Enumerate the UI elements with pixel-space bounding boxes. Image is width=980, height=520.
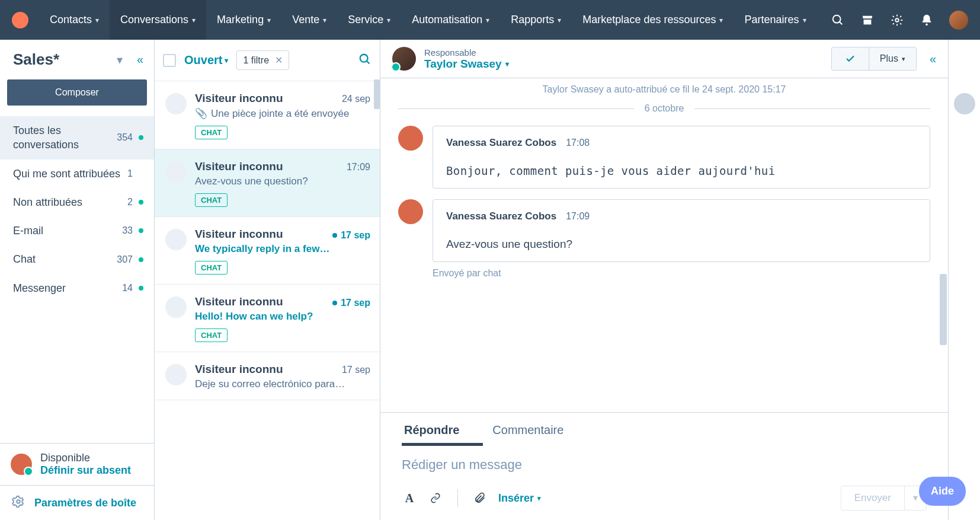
user-avatar-icon bbox=[11, 454, 32, 475]
sidebar-view[interactable]: E-mail33 bbox=[0, 216, 154, 245]
nav-marketplace-des-ressources[interactable]: Marketplace des ressources▾ bbox=[572, 0, 734, 40]
nav-partenaires[interactable]: Partenaires▾ bbox=[734, 0, 816, 40]
sender-avatar-icon bbox=[398, 199, 423, 224]
svg-point-6 bbox=[360, 54, 368, 62]
search-threads-icon[interactable] bbox=[358, 53, 371, 68]
attachment-icon[interactable] bbox=[472, 490, 488, 506]
help-button[interactable]: Aide bbox=[919, 477, 966, 506]
account-avatar-icon[interactable] bbox=[949, 11, 968, 30]
sent-via-label: Envoyé par chat bbox=[433, 268, 930, 279]
top-nav: Contacts▾Conversations▾Marketing▾Vente▾S… bbox=[0, 0, 980, 40]
date-separator: 6 octobre bbox=[398, 103, 930, 114]
hubspot-logo-icon[interactable] bbox=[12, 12, 28, 28]
visitor-avatar-icon bbox=[165, 93, 187, 114]
settings-gear-icon[interactable] bbox=[890, 13, 904, 27]
svg-point-4 bbox=[925, 23, 928, 25]
message: Vanessa Suarez Cobos17:08Bonjour, commen… bbox=[398, 126, 930, 189]
status-filter-dropdown[interactable]: Ouvert▾ bbox=[184, 53, 228, 67]
nav-automatisation[interactable]: Automatisation▾ bbox=[401, 0, 500, 40]
visitor-avatar-icon bbox=[165, 364, 187, 385]
svg-point-3 bbox=[895, 18, 899, 22]
visitor-avatar-icon bbox=[165, 296, 187, 318]
message-input[interactable]: Rédiger un message bbox=[380, 445, 948, 478]
visitor-avatar-icon bbox=[165, 161, 187, 183]
more-actions-button[interactable]: Plus▾ bbox=[869, 47, 916, 70]
gear-icon[interactable] bbox=[12, 495, 25, 511]
active-filter-pill[interactable]: 1 filtre✕ bbox=[236, 50, 289, 70]
scrollbar[interactable] bbox=[940, 274, 947, 345]
send-button[interactable]: Envoyer ▾ bbox=[841, 486, 927, 511]
svg-line-7 bbox=[367, 60, 370, 63]
thread-item[interactable]: Visiteur inconnu24 sep📎Une pièce jointe … bbox=[155, 81, 380, 149]
thread-item[interactable]: Visiteur inconnu17 sepDeje su correo ele… bbox=[155, 352, 380, 400]
nav-marketing[interactable]: Marketing▾ bbox=[206, 0, 281, 40]
svg-line-1 bbox=[840, 21, 843, 24]
contact-avatar-icon[interactable] bbox=[954, 93, 975, 114]
sidebar-view[interactable]: Toutes les conversations354 bbox=[0, 116, 154, 159]
owner-label: Responsable bbox=[424, 47, 509, 58]
sidebar-view[interactable]: Qui me sont attribuées1 bbox=[0, 159, 154, 188]
search-icon[interactable] bbox=[831, 13, 845, 27]
nav-rapports[interactable]: Rapports▾ bbox=[500, 0, 572, 40]
svg-point-5 bbox=[17, 500, 20, 503]
thread-list: Ouvert▾ 1 filtre✕ Visiteur inconnu24 sep… bbox=[155, 40, 380, 520]
sidebar-view[interactable]: Messenger14 bbox=[0, 274, 154, 302]
owner-name-dropdown[interactable]: Taylor Swasey▾ bbox=[424, 58, 509, 71]
visitor-avatar-icon bbox=[165, 229, 187, 250]
tab-reply[interactable]: Répondre bbox=[402, 413, 462, 445]
inbox-name[interactable]: Sales* bbox=[13, 50, 117, 69]
attachment-icon: 📎 bbox=[195, 107, 207, 120]
thread-item[interactable]: Visiteur inconnu17 sepHello! How can we … bbox=[155, 285, 380, 352]
insert-dropdown[interactable]: Insérer▾ bbox=[498, 492, 541, 505]
nav-service[interactable]: Service▾ bbox=[337, 0, 401, 40]
text-format-icon[interactable]: A bbox=[402, 490, 417, 506]
link-icon[interactable] bbox=[428, 490, 443, 506]
compose-button[interactable]: Composer bbox=[7, 79, 147, 106]
owner-avatar-icon bbox=[392, 47, 416, 71]
right-rail bbox=[948, 40, 980, 520]
tab-comment[interactable]: Commentaire bbox=[490, 413, 566, 445]
sidebar-view[interactable]: Non attribuées2 bbox=[0, 188, 154, 216]
nav-vente[interactable]: Vente▾ bbox=[281, 0, 337, 40]
collapse-sidebar-icon[interactable]: « bbox=[137, 53, 143, 66]
sidebar-view[interactable]: Chat307 bbox=[0, 245, 154, 273]
sender-avatar-icon bbox=[398, 126, 423, 151]
conversation-pane: Responsable Taylor Swasey▾ Plus▾ « Taylo… bbox=[380, 40, 948, 520]
notifications-bell-icon[interactable] bbox=[920, 13, 934, 27]
thread-item[interactable]: Visiteur inconnu17:09Avez-vous une quest… bbox=[155, 149, 380, 217]
clear-filter-icon[interactable]: ✕ bbox=[275, 55, 283, 66]
nav-conversations[interactable]: Conversations▾ bbox=[110, 0, 206, 40]
system-message: Taylor Swasey a auto-attribué ce fil le … bbox=[398, 84, 930, 95]
set-away-link[interactable]: Définir sur absent bbox=[40, 464, 131, 477]
availability-status: Disponible Définir sur absent bbox=[0, 443, 154, 485]
nav-contacts[interactable]: Contacts▾ bbox=[39, 0, 110, 40]
mailbox-settings-link[interactable]: Paramètres de boîte bbox=[34, 497, 136, 509]
svg-rect-2 bbox=[864, 20, 872, 24]
message: Vanessa Suarez Cobos17:09Avez-vous une q… bbox=[398, 199, 930, 262]
inbox-dropdown-icon[interactable]: ▾ bbox=[117, 53, 123, 67]
inbox-sidebar: Sales* ▾ « Composer Toutes les conversat… bbox=[0, 40, 155, 520]
thread-item[interactable]: Visiteur inconnu17 sepWe typically reply… bbox=[155, 217, 380, 285]
select-all-checkbox[interactable] bbox=[163, 54, 176, 67]
svg-point-0 bbox=[833, 15, 841, 23]
mark-done-button[interactable] bbox=[832, 47, 869, 70]
collapse-right-rail-icon[interactable]: « bbox=[930, 52, 936, 66]
status-available-label: Disponible bbox=[40, 452, 131, 464]
marketplace-icon[interactable] bbox=[860, 13, 875, 27]
scrollbar[interactable] bbox=[374, 79, 380, 109]
